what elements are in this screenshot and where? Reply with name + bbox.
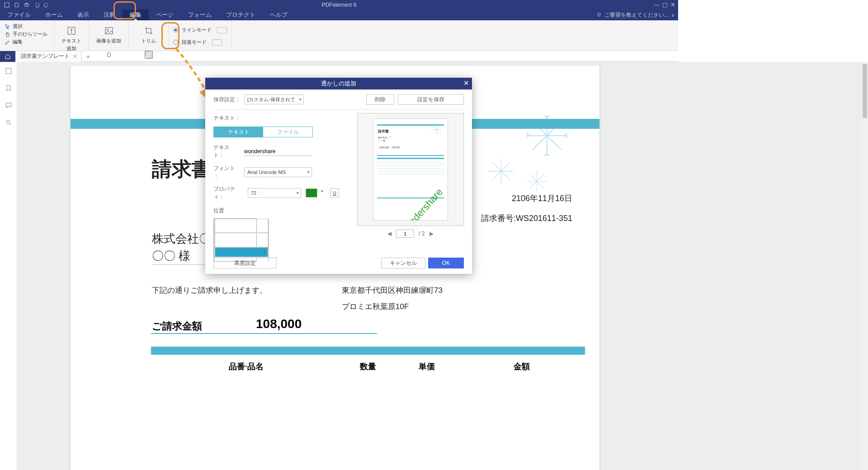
- home-icon: [5, 53, 11, 60]
- titlebar: PDFelement 6 — ▢ ✕: [0, 0, 678, 9]
- cursor-icon: [5, 24, 11, 30]
- th-item: 品番·品名: [229, 361, 264, 367]
- pos-tc[interactable]: [215, 219, 268, 233]
- property-label: プロパティ：: [213, 185, 243, 201]
- feedback-link[interactable]: ご要望を教えてください... ∨: [596, 11, 675, 19]
- pos-tr[interactable]: [268, 219, 269, 233]
- underline-toggle[interactable]: U: [330, 188, 339, 197]
- cancel-button[interactable]: キャンセル: [381, 258, 425, 268]
- tool-select[interactable]: 選択: [5, 23, 49, 30]
- menu-home[interactable]: ホーム: [38, 9, 70, 20]
- tool-text-add[interactable]: T テキスト追加: [59, 23, 84, 54]
- prev-page-icon[interactable]: ◀: [387, 230, 392, 237]
- font-size-combo[interactable]: 72: [248, 188, 301, 198]
- doc-amount-label: ご請求金額: [152, 320, 202, 333]
- preview-box: 請求書 株式会社〇〇 〇〇 様 ご請求金額 108,000: [357, 113, 464, 226]
- svg-text:T: T: [70, 28, 73, 34]
- radio-icon: [173, 40, 178, 45]
- close-icon[interactable]: ✕: [670, 1, 675, 8]
- svg-rect-15: [6, 103, 11, 107]
- menu-view[interactable]: 表示: [70, 9, 96, 20]
- page-input[interactable]: [396, 230, 414, 238]
- thumbnail-icon[interactable]: [5, 67, 12, 75]
- menu-annotate[interactable]: 注釈: [96, 9, 123, 20]
- pos-mr[interactable]: [268, 233, 269, 247]
- font-combo[interactable]: Arial Unicode MS: [244, 167, 312, 177]
- print-icon[interactable]: [24, 2, 30, 8]
- tool-trim[interactable]: トリム: [133, 23, 164, 46]
- tool-hand[interactable]: 手のひらツール: [5, 31, 49, 38]
- close-tab-icon[interactable]: ×: [73, 53, 77, 60]
- svg-rect-0: [5, 3, 9, 7]
- new-tab[interactable]: +: [82, 52, 95, 60]
- font-label: フォント ：: [213, 164, 240, 180]
- watermark-icon: [143, 49, 155, 61]
- position-label: 位置: [213, 207, 344, 215]
- svg-rect-1: [25, 4, 28, 6]
- tool-edit[interactable]: 編集: [5, 38, 49, 45]
- comment-panel-icon[interactable]: [5, 102, 12, 109]
- line-mode-icon: [217, 27, 227, 33]
- svg-line-17: [9, 123, 11, 125]
- menu-edit[interactable]: 編集: [123, 9, 149, 20]
- maximize-icon[interactable]: ▢: [662, 1, 668, 8]
- color-swatch[interactable]: [306, 188, 317, 197]
- ribbon: 選択 手のひらツール 編集 T テキスト追加 画像を追加 リンク トリム 透かし…: [0, 20, 678, 51]
- dialog-close-icon[interactable]: ✕: [463, 79, 469, 87]
- home-tab[interactable]: [0, 51, 15, 62]
- menu-file[interactable]: ファイル: [0, 9, 38, 20]
- advanced-button[interactable]: 高度設定: [213, 258, 277, 268]
- bookmark-icon[interactable]: [5, 85, 12, 92]
- tool-image-add[interactable]: 画像を追加: [94, 23, 124, 46]
- position-grid[interactable]: [213, 218, 257, 262]
- redo-icon[interactable]: [43, 2, 50, 8]
- doc-date: 2106年11月16日: [512, 193, 572, 204]
- document-tab[interactable]: 請求書テンプレート ×: [15, 51, 82, 62]
- menu-page[interactable]: ページ: [149, 9, 181, 20]
- save-settings-combo[interactable]: [カスタム-保存されて: [244, 94, 304, 104]
- preview-page: 請求書 株式会社〇〇 〇〇 様 ご請求金額 108,000: [373, 118, 448, 221]
- minimize-icon[interactable]: —: [654, 1, 660, 8]
- hand-icon: [5, 31, 11, 38]
- delete-button[interactable]: 削除: [366, 94, 394, 105]
- tab-file[interactable]: ファイル: [263, 127, 312, 137]
- svg-point-7: [107, 29, 108, 31]
- dialog-titlebar: 透かしの追加 ✕: [205, 78, 472, 89]
- menubar: ファイル ホーム 表示 注釈 編集 ページ フォーム プロテクト ヘルプ ご要望…: [0, 9, 678, 20]
- dialog-title: 透かしの追加: [321, 80, 356, 88]
- svg-point-3: [598, 13, 600, 16]
- para-mode-icon: [212, 39, 222, 46]
- save-icon[interactable]: [14, 2, 20, 8]
- doc-address-2: プロミエ秋葉原10F: [342, 301, 409, 312]
- chevron-down-icon[interactable]: ∨: [671, 13, 675, 18]
- search-panel-icon[interactable]: [5, 119, 12, 126]
- pos-bc[interactable]: [215, 247, 268, 257]
- pos-mc[interactable]: [215, 233, 268, 247]
- app-title: PDFelement 6: [322, 2, 357, 8]
- ok-button[interactable]: OK: [428, 258, 464, 268]
- tab-text[interactable]: テキスト: [214, 127, 263, 137]
- mode-paragraph[interactable]: 段落モード: [173, 39, 227, 46]
- preview-watermark: wondershare: [398, 186, 445, 221]
- th-qty: 数量: [360, 361, 376, 367]
- menu-help[interactable]: ヘルプ: [263, 9, 295, 20]
- doc-recipient: 〇〇 様: [152, 248, 190, 264]
- radio-icon: [173, 28, 178, 33]
- mode-line[interactable]: ラインモード: [173, 27, 227, 33]
- bulb-icon: [596, 12, 602, 18]
- menu-form[interactable]: フォーム: [181, 9, 219, 20]
- link-icon: [103, 49, 115, 61]
- menu-protect[interactable]: プロテクト: [219, 9, 263, 20]
- doc-title: 請求書: [152, 156, 212, 183]
- preview-pane: 請求書 株式会社〇〇 〇〇 様 ご請求金額 108,000: [357, 113, 464, 238]
- doc-amount-value: 108,000: [256, 317, 302, 331]
- svg-rect-2: [26, 3, 28, 4]
- edit-icon: [5, 39, 11, 45]
- next-page-icon[interactable]: ▶: [429, 230, 434, 237]
- doc-table-bar: [151, 347, 585, 355]
- svg-rect-14: [6, 68, 11, 74]
- undo-icon[interactable]: [33, 2, 40, 8]
- watermark-text-input[interactable]: [244, 147, 312, 156]
- doc-number: 請求番号:WS201611-351: [481, 213, 572, 224]
- save-settings-button[interactable]: 設定を保存: [398, 94, 464, 105]
